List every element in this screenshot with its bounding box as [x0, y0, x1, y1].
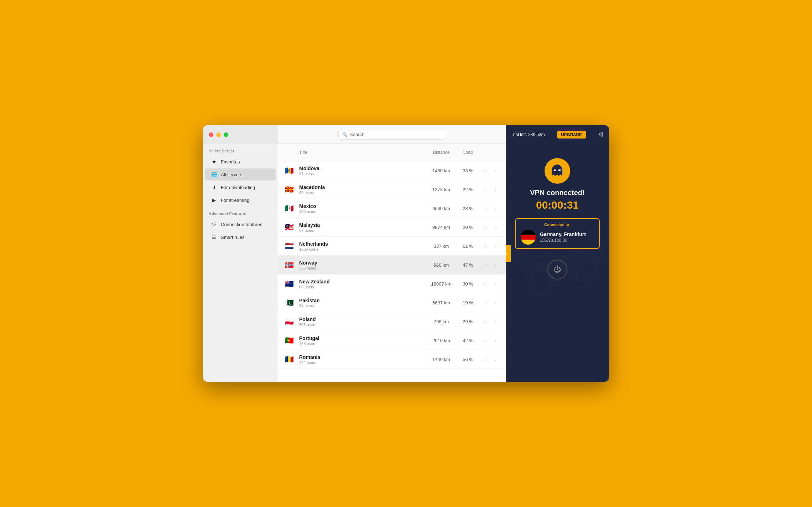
app-window: Select Server ★ Favorites 🌐 All servers … — [203, 125, 609, 382]
trial-text: Trial left: 23h 52m — [511, 132, 545, 137]
rules-icon: ☰ — [211, 234, 217, 240]
server-row[interactable]: 🇲🇾 Malaysia 57 users 9874 km 20 % ☆ › — [278, 218, 506, 237]
minimize-button[interactable] — [216, 132, 221, 137]
gear-icon[interactable]: ⚙ — [598, 131, 604, 138]
expand-arrow[interactable]: › — [491, 243, 500, 249]
expand-arrow[interactable]: › — [491, 168, 500, 173]
server-users: 93 users — [299, 172, 425, 176]
server-distance: 2010 km — [425, 338, 457, 343]
favorite-button[interactable]: ☆ — [479, 167, 491, 174]
sidebar-item-favorites[interactable]: ★ Favorites — [205, 156, 276, 168]
server-distance: 337 km — [425, 244, 457, 249]
svg-point-6 — [558, 169, 561, 171]
server-info: Portugal 168 users — [299, 335, 425, 346]
expand-arrow[interactable]: › — [491, 187, 500, 192]
server-info: Moldova 93 users — [299, 166, 425, 176]
svg-point-8 — [559, 169, 560, 170]
sidebar-item-smart-rules[interactable]: ☰ Smart rules — [205, 231, 276, 243]
sidebar-label-connection-features: Connection features — [221, 222, 262, 227]
stream-icon: ▶ — [211, 197, 217, 203]
favorite-button[interactable]: ☆ — [479, 224, 491, 231]
server-load: 33 % — [457, 168, 479, 173]
favorite-button[interactable]: ☆ — [479, 243, 491, 250]
expand-arrow[interactable]: › — [491, 262, 500, 268]
power-button[interactable]: ⏻ — [547, 260, 567, 279]
server-users: 168 users — [299, 341, 425, 346]
favorite-button[interactable]: ☆ — [479, 281, 491, 287]
search-icon: 🔍 — [342, 132, 348, 137]
expand-arrow[interactable]: › — [491, 319, 500, 324]
server-name: New Zealand — [299, 279, 425, 284]
server-users: 86 users — [299, 285, 425, 289]
server-distance: 9540 km — [425, 206, 457, 211]
server-row[interactable]: 🇲🇰 Macedonia 63 users 1373 km 22 % ☆ › — [278, 180, 506, 199]
server-row[interactable]: 🇵🇹 Portugal 168 users 2010 km 42 % ☆ › — [278, 331, 506, 350]
sidebar-item-for-streaming[interactable]: ▶ For streaming — [205, 194, 276, 206]
server-flag: 🇵🇰 — [283, 297, 295, 308]
favorite-button[interactable]: ☆ — [479, 299, 491, 306]
server-distance: 960 km — [425, 262, 457, 268]
server-row[interactable]: 🇲🇽 Mexico 130 users 9540 km 23 % ☆ › — [278, 199, 506, 218]
expand-arrow[interactable]: › — [491, 281, 500, 287]
expand-arrow[interactable]: › — [491, 338, 500, 343]
expand-arrow[interactable]: › — [491, 300, 500, 305]
upgrade-button[interactable]: UPGRADE — [557, 131, 587, 138]
favorite-button[interactable]: ☆ — [479, 337, 491, 344]
close-button[interactable] — [209, 132, 213, 137]
expand-arrow[interactable]: › — [491, 356, 500, 362]
favorite-button[interactable]: ☆ — [479, 205, 491, 212]
server-info: Mexico 130 users — [299, 203, 425, 214]
connected-label: Connected to: — [521, 223, 594, 227]
server-row[interactable]: 🇵🇱 Poland 503 users 798 km 29 % ☆ › — [278, 312, 506, 331]
server-name: Macedonia — [299, 184, 425, 190]
maximize-button[interactable] — [224, 132, 228, 137]
expand-arrow[interactable]: › — [491, 224, 500, 230]
server-users: 1886 users — [299, 247, 425, 251]
favorite-button[interactable]: ☆ — [479, 318, 491, 325]
favorite-button[interactable]: ☆ — [479, 262, 491, 268]
server-info: Netherlands 1886 users — [299, 241, 425, 251]
sidebar-item-connection-features[interactable]: 🛡 Connection features — [205, 218, 276, 230]
server-users: 503 users — [299, 323, 425, 327]
server-load: 20 % — [457, 225, 479, 230]
col-title-header: Title — [299, 150, 425, 155]
server-info: Macedonia 63 users — [299, 184, 425, 195]
server-distance: 18007 km — [425, 281, 457, 287]
collapse-button[interactable]: » — [506, 245, 511, 262]
server-flag: 🇷🇴 — [283, 354, 295, 365]
server-name: Moldova — [299, 166, 425, 171]
server-distance: 1373 km — [425, 187, 457, 192]
server-row[interactable]: 🇳🇱 Netherlands 1886 users 337 km 61 % ☆ … — [278, 237, 506, 256]
server-row[interactable]: 🇲🇩 Moldova 93 users 1480 km 33 % ☆ › — [278, 161, 506, 180]
server-name: Malaysia — [299, 222, 425, 228]
search-input[interactable] — [350, 132, 441, 137]
sidebar-label-all-servers: All servers — [221, 172, 243, 177]
shield-icon: 🛡 — [211, 221, 217, 228]
expand-arrow[interactable]: › — [491, 205, 500, 211]
sidebar-item-all-servers[interactable]: 🌐 All servers — [205, 168, 276, 181]
sidebar-item-for-downloading[interactable]: ⬇ For downloading — [205, 181, 276, 193]
server-flag: 🇲🇾 — [283, 221, 295, 233]
svg-point-5 — [554, 169, 556, 171]
server-row[interactable]: 🇳🇴 Norway 398 users 960 km 47 % ☆ › — [278, 256, 506, 275]
vpn-timer: 00:00:31 — [536, 199, 579, 211]
server-load: 29 % — [457, 319, 479, 324]
server-row[interactable]: 🇵🇰 Pakistan 54 users 5637 km 19 % ☆ › — [278, 293, 506, 312]
server-row[interactable]: 🇳🇿 New Zealand 86 users 18007 km 30 % ☆ … — [278, 275, 506, 293]
server-info: Pakistan 54 users — [299, 298, 425, 308]
server-ip: 185.93.180.36 — [540, 238, 586, 243]
server-flag: 🇲🇩 — [283, 165, 295, 176]
server-row[interactable]: 🇷🇴 Romania 474 users 1449 km 56 % ☆ › — [278, 350, 506, 369]
select-server-label: Select Server — [203, 144, 278, 155]
server-details: Germany, Frankfurt 185.93.180.36 — [540, 231, 586, 243]
server-users: 474 users — [299, 360, 425, 365]
favorite-button[interactable]: ☆ — [479, 356, 491, 363]
server-info: Poland 503 users — [299, 317, 425, 327]
server-users: 54 users — [299, 304, 425, 308]
sidebar-label-smart-rules: Smart rules — [221, 235, 244, 240]
sidebar-label-favorites: Favorites — [221, 159, 240, 164]
search-bar[interactable]: 🔍 — [338, 130, 445, 140]
favorite-button[interactable]: ☆ — [479, 186, 491, 193]
center-panel: 🔍 Title Distance Load 🇲🇩 Moldova 93 user… — [278, 125, 506, 382]
server-flag: 🇳🇴 — [283, 259, 295, 271]
